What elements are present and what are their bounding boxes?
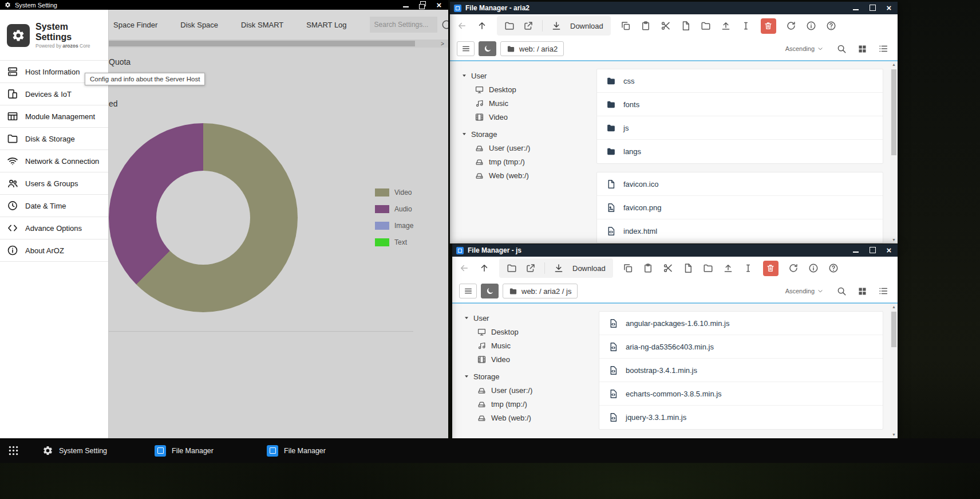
sidebar-item-network-connection[interactable]: Network & Connection bbox=[0, 150, 108, 172]
refresh-button[interactable] bbox=[788, 263, 799, 273]
close-button[interactable]: × bbox=[884, 246, 894, 254]
help-button[interactable] bbox=[828, 263, 839, 273]
vertical-scrollbar[interactable]: ▲ ▼ bbox=[890, 61, 898, 243]
close-button[interactable]: × bbox=[884, 4, 894, 12]
maximize-button[interactable] bbox=[868, 246, 877, 254]
search-button[interactable] bbox=[836, 44, 847, 54]
tree-item-desktop[interactable]: Desktop bbox=[464, 325, 595, 339]
up-button[interactable] bbox=[479, 263, 489, 273]
list-item[interactable]: aria-ng-da5356c403.min.js bbox=[599, 335, 883, 359]
tab-disk-space[interactable]: Disk Space bbox=[180, 21, 218, 29]
window-titlebar[interactable]: File Manager - aria2 × bbox=[450, 2, 898, 14]
scroll-down-arrow[interactable]: ▼ bbox=[890, 237, 898, 243]
upload-button[interactable] bbox=[723, 263, 733, 273]
tab-smart-log[interactable]: SMART Log bbox=[306, 21, 346, 29]
grid-view-button[interactable] bbox=[858, 44, 867, 54]
close-button[interactable]: × bbox=[434, 1, 444, 9]
tree-root-storage[interactable]: Storage bbox=[461, 127, 593, 141]
list-item[interactable]: fonts bbox=[597, 93, 883, 116]
sidebar-item-about-aroz[interactable]: About ArOZ bbox=[0, 239, 108, 262]
minimize-button[interactable] bbox=[851, 4, 860, 12]
tree-root-user[interactable]: User bbox=[461, 69, 593, 82]
window-titlebar[interactable]: File Manager - js × bbox=[452, 244, 898, 257]
minimize-button[interactable] bbox=[401, 1, 410, 9]
properties-button[interactable] bbox=[806, 21, 816, 31]
paste-button[interactable] bbox=[643, 263, 653, 273]
taskbar-item-system-setting[interactable]: System Setting bbox=[34, 438, 147, 463]
rename-button[interactable] bbox=[743, 263, 753, 273]
menu-button[interactable] bbox=[459, 284, 477, 298]
tree-item-user-drive[interactable]: User (user:/) bbox=[461, 141, 593, 155]
minimize-button[interactable] bbox=[851, 246, 860, 254]
properties-button[interactable] bbox=[808, 263, 819, 273]
horizontal-scrollbar[interactable]: > bbox=[109, 40, 448, 48]
tree-item-music[interactable]: Music bbox=[464, 339, 595, 352]
list-item[interactable]: favicon.png bbox=[597, 196, 883, 219]
tree-item-music[interactable]: Music bbox=[461, 96, 593, 110]
taskbar-item-file-manager-2[interactable]: File Manager bbox=[259, 438, 371, 463]
tree-root-storage[interactable]: Storage bbox=[464, 370, 595, 383]
download-icon[interactable] bbox=[554, 263, 564, 273]
list-item[interactable]: jquery-3.3.1.min.js bbox=[599, 406, 883, 429]
back-button[interactable] bbox=[457, 21, 467, 31]
window-titlebar[interactable]: System Setting × bbox=[0, 0, 448, 10]
new-folder-button[interactable] bbox=[703, 263, 713, 273]
tree-item-user-drive[interactable]: User (user:/) bbox=[464, 383, 595, 397]
scrollbar-thumb[interactable] bbox=[109, 41, 415, 46]
sidebar-item-disk-storage[interactable]: Disk & Storage bbox=[0, 128, 108, 150]
download-label[interactable]: Download bbox=[572, 264, 606, 273]
cut-button[interactable] bbox=[663, 263, 673, 273]
grid-view-button[interactable] bbox=[858, 286, 867, 296]
tree-item-web-drive[interactable]: Web (web:/) bbox=[464, 411, 595, 425]
tree-item-video[interactable]: Video bbox=[461, 110, 593, 124]
list-view-button[interactable] bbox=[878, 286, 888, 296]
copy-button[interactable] bbox=[623, 263, 633, 273]
sort-dropdown[interactable]: Ascending bbox=[785, 288, 824, 294]
tree-item-tmp-drive[interactable]: tmp (tmp:/) bbox=[461, 155, 593, 168]
paste-button[interactable] bbox=[641, 21, 651, 31]
tree-root-user[interactable]: User bbox=[464, 311, 595, 325]
tab-disk-smart[interactable]: Disk SMART bbox=[241, 21, 283, 29]
dark-mode-toggle[interactable] bbox=[481, 284, 499, 298]
list-item[interactable]: favicon.ico bbox=[597, 172, 883, 196]
refresh-button[interactable] bbox=[786, 21, 796, 31]
help-button[interactable] bbox=[826, 21, 836, 31]
tree-item-desktop[interactable]: Desktop bbox=[461, 82, 593, 96]
list-item[interactable]: index.html bbox=[597, 219, 883, 243]
sidebar-item-advance-options[interactable]: Advance Options bbox=[0, 217, 108, 239]
restore-button[interactable] bbox=[418, 1, 427, 9]
rename-button[interactable] bbox=[741, 21, 751, 31]
scrollbar-thumb[interactable] bbox=[891, 69, 896, 155]
settings-search-input[interactable] bbox=[370, 17, 437, 33]
scroll-right-arrow[interactable]: > bbox=[438, 40, 447, 48]
back-button[interactable] bbox=[459, 263, 469, 273]
sort-dropdown[interactable]: Ascending bbox=[785, 45, 824, 52]
breadcrumb[interactable]: web: / aria2 bbox=[500, 41, 564, 56]
open-folder-button[interactable] bbox=[504, 21, 515, 31]
open-in-new-window-button[interactable] bbox=[525, 263, 536, 273]
scrollbar-thumb[interactable] bbox=[891, 312, 896, 347]
tree-item-video[interactable]: Video bbox=[464, 352, 595, 366]
search-button[interactable] bbox=[836, 286, 847, 296]
scroll-down-arrow[interactable]: ▼ bbox=[890, 431, 898, 438]
download-label[interactable]: Download bbox=[570, 22, 603, 30]
list-item[interactable]: angular-packages-1.6.10.min.js bbox=[599, 312, 883, 335]
sidebar-item-devices-iot[interactable]: Devices & IoT bbox=[0, 83, 108, 105]
sidebar-item-date-time[interactable]: Date & Time bbox=[0, 195, 108, 217]
breadcrumb[interactable]: web: / aria2 / js bbox=[503, 284, 578, 298]
open-folder-button[interactable] bbox=[507, 263, 517, 273]
open-in-new-window-button[interactable] bbox=[523, 21, 534, 31]
vertical-scrollbar[interactable]: ▲ ▼ bbox=[890, 304, 898, 438]
list-item[interactable]: echarts-common-3.8.5.min.js bbox=[599, 382, 883, 406]
copy-button[interactable] bbox=[621, 21, 631, 31]
upload-button[interactable] bbox=[721, 21, 731, 31]
tree-item-tmp-drive[interactable]: tmp (tmp:/) bbox=[464, 397, 595, 411]
taskbar-item-file-manager-1[interactable]: File Manager bbox=[147, 438, 259, 463]
menu-button[interactable] bbox=[457, 41, 475, 56]
app-launcher-button[interactable] bbox=[0, 438, 26, 463]
maximize-button[interactable] bbox=[868, 4, 877, 12]
scroll-up-arrow[interactable]: ▲ bbox=[890, 61, 898, 68]
up-button[interactable] bbox=[477, 21, 487, 31]
delete-button[interactable] bbox=[761, 18, 776, 34]
delete-button[interactable] bbox=[763, 261, 779, 276]
